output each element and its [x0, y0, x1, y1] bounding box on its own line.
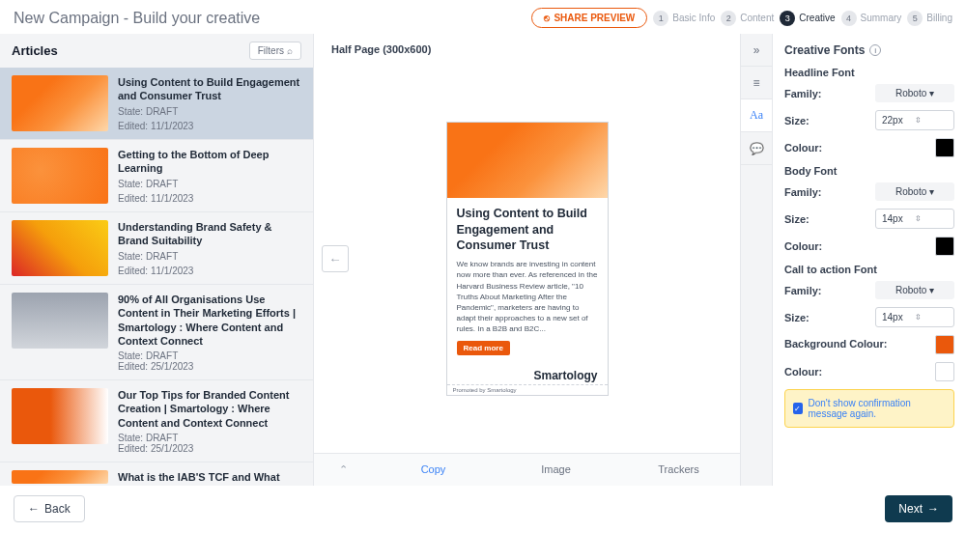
fonts-tab[interactable]: Aa: [741, 99, 772, 132]
cta-colour-row: Colour:: [784, 362, 954, 381]
step-billing[interactable]: 5Billing: [907, 11, 952, 26]
step-label: Billing: [926, 13, 952, 23]
prop-label: Colour:: [784, 240, 822, 252]
notice-text: Don't show confirmation message again.: [809, 398, 946, 419]
cta-colour-swatch[interactable]: [935, 362, 954, 381]
ad-promoted-by: Promoted by Smartology: [447, 384, 608, 395]
article-thumbnail: [12, 388, 108, 444]
list-item[interactable]: Using Content to Build Engagement and Co…: [0, 68, 313, 140]
search-icon: ⌕: [287, 45, 293, 56]
headline-family-select[interactable]: Roboto ▾: [875, 84, 954, 102]
list-item[interactable]: Our Top Tips for Branded Content Creatio…: [0, 380, 313, 462]
sidebar-title: Articles: [12, 43, 58, 58]
article-edited: Edited: 11/1/2023: [118, 266, 301, 276]
body-family-row: Family: Roboto ▾: [784, 182, 954, 201]
article-title: Using Content to Build Engagement and Co…: [118, 75, 301, 103]
article-edited: Edited: 11/1/2023: [118, 121, 301, 131]
article-meta: 90% of All Organisations Use Content in …: [118, 293, 301, 372]
article-thumbnail: [12, 470, 108, 484]
tab-trackers[interactable]: Trackers: [617, 454, 740, 486]
select-value: Roboto: [895, 88, 926, 98]
arrow-left-icon: ←: [28, 502, 40, 516]
sliders-icon: ≡: [753, 76, 759, 90]
ad-title: Using Content to Build Engagement and Co…: [457, 206, 598, 253]
step-content[interactable]: 2Content: [721, 11, 774, 26]
header: New Campaign - Build your creative ⎋ SHA…: [0, 0, 966, 34]
collapse-tab[interactable]: ⌃: [314, 454, 372, 486]
headline-size-input[interactable]: 22px⇳: [875, 110, 954, 130]
cta-size-input[interactable]: 14px⇳: [875, 307, 954, 327]
ad-body-text: We know brands are investing in content …: [457, 259, 598, 334]
list-item[interactable]: 90% of All Organisations Use Content in …: [0, 285, 313, 380]
cta-family-select[interactable]: Roboto ▾: [875, 281, 954, 299]
article-thumbnail: [12, 220, 108, 276]
article-state: State: DRAFT: [118, 350, 301, 361]
article-meta: Getting to the Bottom of Deep Learning S…: [118, 148, 301, 204]
cta-bg-swatch[interactable]: [935, 335, 954, 354]
cta-family-row: Family: Roboto ▾: [784, 281, 954, 299]
next-label: Next: [898, 502, 923, 516]
back-button[interactable]: ← Back: [14, 495, 85, 522]
article-state: State: DRAFT: [118, 106, 301, 117]
arrow-left-icon: ←: [328, 252, 341, 266]
ad-logo: Smartology: [447, 363, 608, 384]
step-label: Creative: [799, 13, 835, 23]
article-thumbnail: [12, 293, 108, 349]
footer: ← Back Next →: [0, 486, 966, 532]
input-value: 22px: [882, 115, 915, 126]
list-item[interactable]: Getting to the Bottom of Deep Learning S…: [0, 140, 313, 212]
article-meta: Our Top Tips for Branded Content Creatio…: [118, 388, 301, 454]
bottom-tabs: ⌃ Copy Image Trackers: [314, 453, 740, 486]
settings-tab[interactable]: ≡: [741, 67, 772, 99]
info-icon[interactable]: i: [869, 44, 881, 56]
article-state: State: DRAFT: [118, 179, 301, 189]
prop-label: Family:: [784, 88, 822, 99]
step-basic-info[interactable]: 1Basic Info: [653, 11, 715, 26]
share-preview-button[interactable]: ⎋ SHARE PREVIEW: [531, 8, 647, 28]
sidebar-header: Articles Filters ⌕: [0, 34, 313, 68]
cta-bg-row: Background Colour:: [784, 335, 954, 354]
filters-button[interactable]: Filters ⌕: [249, 42, 301, 60]
stepper-icon: ⇳: [915, 313, 948, 322]
step-num: 3: [780, 11, 795, 26]
confirmation-notice: ✓ Don't show confirmation message again.: [784, 389, 954, 428]
ad-body: Using Content to Build Engagement and Co…: [447, 198, 608, 362]
select-value: Roboto: [895, 285, 926, 295]
headline-family-row: Family: Roboto ▾: [784, 84, 954, 102]
headline-colour-swatch[interactable]: [935, 138, 954, 157]
body-family-select[interactable]: Roboto ▾: [875, 182, 954, 201]
prop-label: Colour:: [784, 366, 822, 378]
next-button[interactable]: Next →: [885, 495, 952, 522]
chat-tab[interactable]: 💬: [741, 132, 772, 165]
article-list[interactable]: Using Content to Build Engagement and Co…: [0, 68, 313, 486]
step-summary[interactable]: 4Summary: [841, 11, 902, 26]
share-label: SHARE PREVIEW: [554, 13, 635, 23]
prev-arrow-button[interactable]: ←: [322, 245, 349, 272]
ad-cta-button[interactable]: Read more: [457, 341, 510, 355]
list-item[interactable]: What is the IAB'S TCF and What Does it M…: [0, 462, 313, 486]
step-creative[interactable]: 3Creative: [780, 11, 835, 26]
list-item[interactable]: Understanding Brand Safety & Brand Suita…: [0, 212, 313, 285]
body-colour-row: Colour:: [784, 237, 954, 256]
notice-checkbox[interactable]: ✓: [793, 403, 803, 414]
body-size-input[interactable]: 14px⇳: [875, 209, 954, 229]
main: Articles Filters ⌕ Using Content to Buil…: [0, 34, 966, 486]
step-num: 1: [653, 11, 668, 26]
chevron-right-icon: »: [753, 43, 760, 57]
cta-size-row: Size: 14px⇳: [784, 307, 954, 327]
promo-brand: Smartology: [487, 387, 516, 393]
article-thumbnail: [12, 148, 108, 204]
header-right: ⎋ SHARE PREVIEW 1Basic Info 2Content 3Cr…: [531, 8, 952, 28]
back-label: Back: [44, 502, 71, 516]
prop-label: Size:: [784, 312, 810, 323]
body-size-row: Size: 14px⇳: [784, 209, 954, 229]
collapse-panel-button[interactable]: »: [741, 34, 772, 67]
tab-copy[interactable]: Copy: [372, 454, 495, 486]
article-title: Getting to the Bottom of Deep Learning: [118, 148, 301, 176]
panel-title-text: Creative Fonts: [784, 43, 865, 57]
tab-image[interactable]: Image: [495, 454, 617, 486]
body-colour-swatch[interactable]: [935, 237, 954, 256]
body-section: Body Font: [784, 165, 954, 177]
headline-colour-row: Colour:: [784, 138, 954, 157]
panel-title: Creative Fonts i: [784, 43, 954, 57]
